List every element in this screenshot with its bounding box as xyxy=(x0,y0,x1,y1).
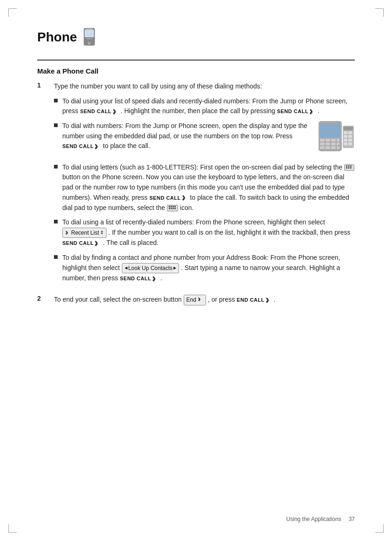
bullet-2: To dial with numbers: From the Jump or P… xyxy=(54,121,355,158)
svg-rect-13 xyxy=(331,142,336,145)
bullet-icon-2 xyxy=(54,123,58,127)
send-call-2: SEND CALL xyxy=(277,108,316,115)
corner-bl xyxy=(8,524,17,533)
corner-br xyxy=(375,524,384,533)
steps-list: 1 Type the number you want to call by us… xyxy=(37,81,355,310)
svg-rect-36 xyxy=(171,206,172,207)
svg-rect-33 xyxy=(348,167,350,169)
end-button[interactable]: End xyxy=(184,295,206,305)
page-header: Phone xyxy=(37,28,355,47)
page-title: Phone xyxy=(37,30,77,45)
svg-rect-8 xyxy=(326,139,330,142)
recent-list-arrow: ⇕ xyxy=(100,229,104,237)
bullet-3: To dial using letters (such as 1-800-LET… xyxy=(54,162,355,213)
svg-rect-20 xyxy=(344,127,353,130)
svg-rect-9 xyxy=(331,139,336,142)
svg-rect-4 xyxy=(86,29,93,30)
svg-rect-14 xyxy=(337,142,339,145)
call-icon-1 xyxy=(113,108,119,115)
section-divider xyxy=(37,60,355,61)
svg-rect-31 xyxy=(350,165,352,167)
end-call-icon xyxy=(266,297,272,304)
svg-rect-7 xyxy=(320,139,325,142)
svg-rect-34 xyxy=(350,167,352,169)
call-icon-3 xyxy=(94,143,101,150)
bullet-icon-5 xyxy=(54,255,58,259)
corner-tr xyxy=(375,8,384,17)
recent-list-label: Recent List xyxy=(71,229,99,237)
end-call-label: END CALL xyxy=(237,296,272,304)
page: Phone Make a Phone Call 1 Type the numbe… xyxy=(0,0,392,541)
bullet-1-text: To dial using your list of speed dials a… xyxy=(62,96,355,116)
dialpad-btn-2[interactable] xyxy=(167,205,178,211)
call-icon-5 xyxy=(94,240,101,247)
bullet-5-text: To dial by finding a contact and phone n… xyxy=(62,253,355,284)
svg-rect-10 xyxy=(337,139,339,142)
call-icon-2 xyxy=(309,108,316,115)
bullet-4-text: To dial using a list of recently-dialed … xyxy=(62,217,355,248)
bullet-3-text: To dial using letters (such as 1-800-LET… xyxy=(62,162,355,213)
send-call-5: SEND CALL xyxy=(62,239,101,247)
svg-rect-26 xyxy=(348,139,352,142)
step-2-text: To end your call, select the on-screen b… xyxy=(54,295,355,305)
step-1-number: 1 xyxy=(37,81,54,288)
svg-rect-6 xyxy=(320,123,340,137)
lookup-arrow-right: ▶ xyxy=(173,265,176,271)
svg-rect-15 xyxy=(320,146,325,149)
footer: Using the Applications 37 xyxy=(286,516,355,522)
send-call-1: SEND CALL xyxy=(80,108,119,115)
svg-rect-23 xyxy=(344,135,347,138)
svg-rect-3 xyxy=(86,38,92,39)
dialpad-btn-1[interactable] xyxy=(344,164,354,171)
bullet-icon-1 xyxy=(54,99,58,102)
step-2-content: To end your call, select the on-screen b… xyxy=(54,295,355,310)
call-icon-4 xyxy=(182,195,188,201)
svg-rect-38 xyxy=(174,206,176,207)
lookup-contacts-button[interactable]: ◀ Look Up Contacts ▶ xyxy=(122,263,179,274)
svg-rect-37 xyxy=(173,206,174,207)
svg-rect-41 xyxy=(173,208,174,209)
svg-rect-40 xyxy=(171,208,172,209)
svg-point-2 xyxy=(88,42,91,45)
svg-rect-16 xyxy=(326,146,330,149)
svg-rect-17 xyxy=(331,146,336,149)
step-2-number: 2 xyxy=(37,295,54,310)
corner-tl xyxy=(8,8,17,17)
send-call-6: SEND CALL xyxy=(120,275,159,283)
svg-rect-28 xyxy=(348,142,352,145)
bullet-list: To dial using your list of speed dials a… xyxy=(54,96,355,284)
svg-rect-11 xyxy=(320,142,325,145)
step-2: 2 To end your call, select the on-screen… xyxy=(37,295,355,310)
svg-rect-39 xyxy=(169,208,170,209)
end-icon xyxy=(198,297,203,303)
footer-page-number: 37 xyxy=(349,516,355,522)
send-call-3: SEND CALL xyxy=(62,142,101,150)
svg-rect-35 xyxy=(169,206,170,207)
lookup-contacts-label: Look Up Contacts xyxy=(128,264,173,273)
bullet-icon-4 xyxy=(54,220,58,223)
svg-rect-21 xyxy=(344,131,347,134)
footer-label: Using the Applications xyxy=(286,516,341,522)
end-label: End xyxy=(186,296,196,304)
lookup-arrow-left: ◀ xyxy=(125,265,127,271)
bullet-4: To dial using a list of recently-dialed … xyxy=(54,217,355,248)
bullet-5: To dial by finding a contact and phone n… xyxy=(54,253,355,284)
call-icon-6 xyxy=(152,276,159,282)
recent-list-button[interactable]: Recent List ⇕ xyxy=(62,228,106,238)
step-1-content: Type the number you want to call by usin… xyxy=(54,81,355,288)
svg-rect-30 xyxy=(348,165,350,167)
svg-rect-32 xyxy=(346,167,347,169)
svg-rect-1 xyxy=(85,30,94,37)
bullet-icon-3 xyxy=(54,165,58,169)
bullet-2-text: To dial with numbers: From the Jump or P… xyxy=(62,121,355,158)
section-title: Make a Phone Call xyxy=(37,67,355,75)
svg-rect-22 xyxy=(348,131,352,134)
svg-rect-25 xyxy=(344,139,347,142)
phone-device-image xyxy=(318,121,355,156)
step-1: 1 Type the number you want to call by us… xyxy=(37,81,355,288)
svg-rect-27 xyxy=(344,142,347,145)
send-call-4: SEND CALL xyxy=(149,194,188,202)
svg-rect-42 xyxy=(174,208,176,209)
svg-rect-12 xyxy=(326,142,330,145)
svg-rect-29 xyxy=(346,165,347,167)
